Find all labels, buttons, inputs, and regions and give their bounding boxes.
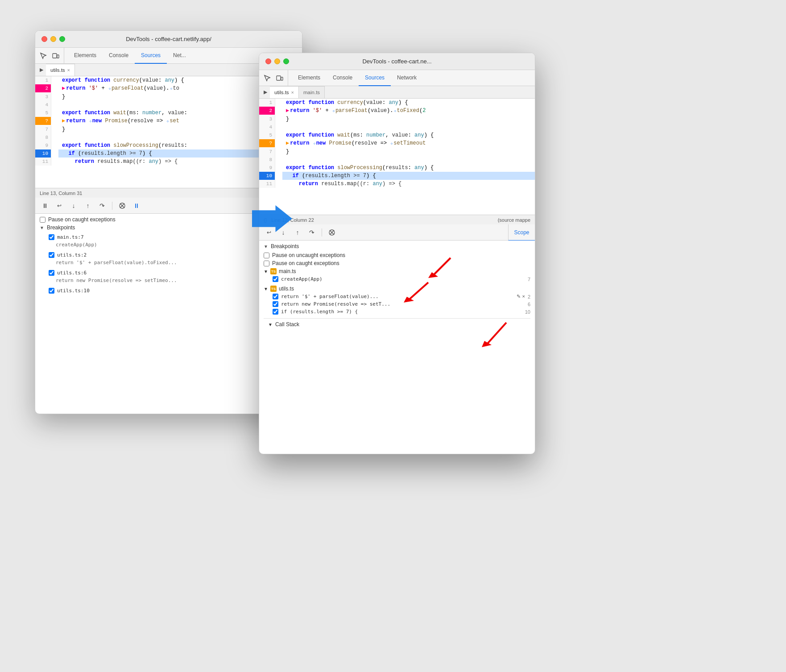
device-toggle-icon-front[interactable] xyxy=(275,74,284,83)
filetab-close-back[interactable]: × xyxy=(67,67,70,73)
pause-uncaught-checkbox[interactable] xyxy=(264,253,269,258)
pause-button-back[interactable]: ⏸ xyxy=(40,200,50,211)
svg-line-9 xyxy=(408,282,428,300)
step-over-button-front[interactable]: ↷ xyxy=(306,227,317,238)
step-into-button[interactable]: ↓ xyxy=(68,200,79,211)
svg-line-11 xyxy=(486,323,506,345)
window-title-back: DevTools - coffee-cart.netlify.app/ xyxy=(126,36,211,42)
code-line-f7: 7 } xyxy=(259,148,535,156)
bp-edit-icons: ✎ × xyxy=(517,294,525,299)
tab-elements-back[interactable]: Elements xyxy=(68,48,103,64)
tabbar-front: Elements Console Sources Network xyxy=(259,70,535,86)
pause-caught-checkbox-front[interactable] xyxy=(264,261,269,266)
code-line-f6: ? ▶return ⬦new Promise(resolve => ⬦setTi… xyxy=(259,139,535,148)
bp-filename-utils: utils.ts xyxy=(279,286,294,292)
close-button[interactable] xyxy=(41,36,47,42)
red-arrow-2 xyxy=(397,280,433,307)
code-line-f1: 1 export function currency(value: any) { xyxy=(259,99,535,107)
filetab-label-main: main.ts xyxy=(303,90,320,95)
step-back-button[interactable]: ↩ xyxy=(54,200,65,211)
window-title-front: DevTools - coffee-cart.ne... xyxy=(362,58,431,65)
minimize-button[interactable] xyxy=(50,36,56,42)
bp-linenum-utils2: 2 xyxy=(528,294,530,299)
tab-network-back[interactable]: Net... xyxy=(167,48,192,64)
tab-sources-back[interactable]: Sources xyxy=(135,48,167,64)
breakpoints-header-front[interactable]: ▼ Breakpoints xyxy=(264,243,530,249)
bp-check-utils2[interactable] xyxy=(49,252,54,258)
close-button-front[interactable] xyxy=(265,58,271,64)
fullscreen-button[interactable] xyxy=(59,36,65,42)
pause-caught-label-front: Pause on caught exceptions xyxy=(272,260,339,266)
code-line-f9: 9 export function slowProcessing(results… xyxy=(259,164,535,172)
filetabs-front: ▶ utils.ts × main.ts xyxy=(259,86,535,99)
pause-caught-row-front: Pause on caught exceptions xyxy=(264,260,530,266)
red-arrow-3 xyxy=(473,320,509,352)
code-area-front: 1 export function currency(value: any) {… xyxy=(259,99,535,215)
debug-toolbar-front: ↩ ↓ ↑ ↷ Scope xyxy=(259,224,535,241)
scope-tab[interactable]: Scope xyxy=(508,224,535,241)
delete-icon[interactable]: × xyxy=(522,294,525,299)
filetab-label-back: utils.ts xyxy=(50,67,65,73)
svg-line-7 xyxy=(433,258,451,276)
filetab-utils-front[interactable]: utils.ts × xyxy=(270,86,299,98)
bp-arrow-back: ▼ xyxy=(40,225,44,230)
filetabs-toggle-back[interactable]: ▶ xyxy=(37,64,46,76)
code-line-f5: 5 export function wait(ms: number, value… xyxy=(259,131,535,139)
play-pause-button[interactable]: ⏸ xyxy=(131,200,142,211)
bp-check-front-utils10[interactable] xyxy=(273,309,278,315)
filetab-close-utils[interactable]: × xyxy=(291,90,294,95)
blue-arrow xyxy=(250,205,294,232)
bp-group-header-main[interactable]: ▼ TS main.ts xyxy=(264,268,530,274)
select-element-icon-front[interactable] xyxy=(263,74,272,83)
toolbar-sep xyxy=(112,202,112,210)
bp-triangle-main: ▼ xyxy=(264,269,268,274)
tab-network-front[interactable]: Network xyxy=(391,70,423,86)
svg-rect-4 xyxy=(277,76,281,80)
svg-rect-5 xyxy=(281,77,283,80)
bp-filename-main: main.ts xyxy=(279,268,296,274)
code-line-f8: 8 xyxy=(259,156,535,164)
step-over-button[interactable]: ↷ xyxy=(97,200,108,211)
code-line-f2: 2 ▶return '$' + ⬦parseFloat(value).⬦toFi… xyxy=(259,107,535,115)
device-toggle-icon[interactable] xyxy=(51,51,60,60)
devtools-icons xyxy=(39,48,64,63)
filetab-main-front[interactable]: main.ts xyxy=(299,86,325,98)
call-stack-label: Call Stack xyxy=(275,321,299,328)
filetab-utils-back[interactable]: utils.ts × xyxy=(46,64,75,76)
filetab-label-utils: utils.ts xyxy=(274,90,289,95)
bp-check-utils6[interactable] xyxy=(49,270,54,276)
edit-icon[interactable]: ✎ xyxy=(517,294,521,299)
bp-check-front-main7[interactable] xyxy=(273,276,278,282)
deactivate-button[interactable] xyxy=(117,200,128,211)
filetabs-toggle-front[interactable]: ▶ xyxy=(261,86,270,98)
bp-check-utils10[interactable] xyxy=(49,288,54,294)
bp-arrow-front: ▼ xyxy=(264,244,268,249)
pause-caught-checkbox-back[interactable] xyxy=(40,217,46,223)
statusbar-front: {} Line 12, Column 22 (source mappe xyxy=(259,215,535,224)
bp-check-front-utils2[interactable] xyxy=(273,294,278,299)
code-line-f4: 4 xyxy=(259,123,535,131)
tab-sources-front[interactable]: Sources xyxy=(359,70,391,86)
bp-linenum-utils6: 6 xyxy=(528,302,530,307)
devtools-window-front: DevTools - coffee-cart.ne... Elements Co… xyxy=(259,53,535,454)
select-element-icon[interactable] xyxy=(39,51,48,60)
bp-triangle-utils: ▼ xyxy=(264,286,268,291)
breakpoints-label-back: Breakpoints xyxy=(47,224,75,231)
minimize-button-front[interactable] xyxy=(274,58,280,64)
fullscreen-button-front[interactable] xyxy=(283,58,289,64)
bp-linenum-main7: 7 xyxy=(528,277,530,282)
tab-console-back[interactable]: Console xyxy=(103,48,135,64)
bp-check-main7[interactable] xyxy=(49,234,54,240)
bp-check-front-utils6[interactable] xyxy=(273,301,278,307)
pause-caught-label-back: Pause on caught exceptions xyxy=(48,216,116,223)
tab-console-front[interactable]: Console xyxy=(327,70,359,86)
step-out-button[interactable]: ↑ xyxy=(83,200,93,211)
tab-elements-front[interactable]: Elements xyxy=(292,70,327,86)
devtools-icons-front xyxy=(263,70,288,86)
bp-linenum-utils10: 10 xyxy=(525,309,530,315)
utils-ts-icon: TS xyxy=(270,286,277,292)
deactivate-button-front[interactable] xyxy=(327,227,337,238)
call-stack-arrow: ▼ xyxy=(268,322,273,327)
bp-text-utils10: if (results.length >= 7) { xyxy=(281,309,522,315)
svg-marker-3 xyxy=(252,205,292,232)
